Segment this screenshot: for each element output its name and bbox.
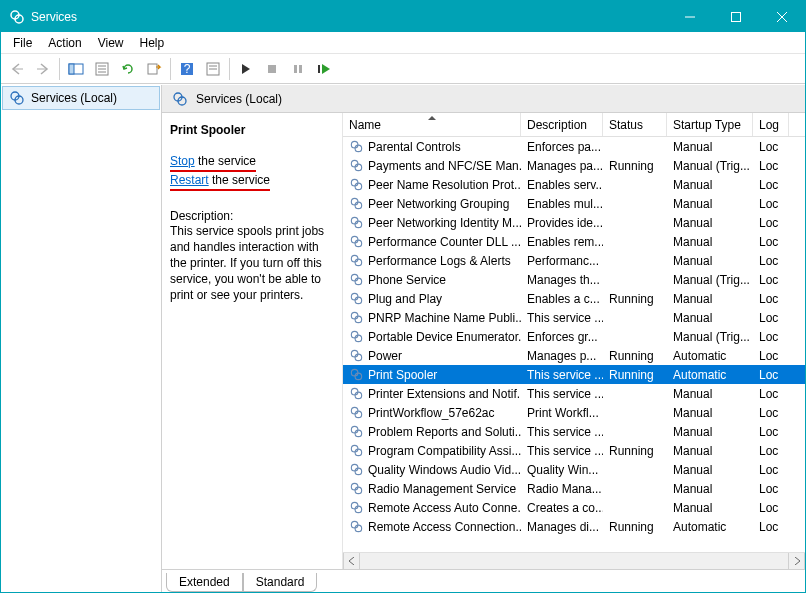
horizontal-scrollbar[interactable] — [343, 552, 805, 569]
svg-point-31 — [355, 164, 362, 171]
column-headers: Name Description Status Startup Type Log — [343, 113, 805, 137]
tree-item-services-local[interactable]: Services (Local) — [2, 86, 160, 110]
svg-point-39 — [355, 240, 362, 247]
gear-icon — [349, 177, 364, 192]
help-button[interactable]: ? — [175, 57, 199, 81]
svg-point-43 — [355, 278, 362, 285]
service-row[interactable]: PrintWorkflow_57e62acPrint Workfl...Manu… — [343, 403, 805, 422]
service-row[interactable]: Remote Access Connection...Manages di...… — [343, 517, 805, 536]
svg-point-29 — [355, 145, 362, 152]
service-name: Plug and Play — [368, 292, 442, 306]
tab-extended[interactable]: Extended — [166, 573, 243, 592]
service-logon: Loc — [753, 159, 789, 173]
service-row[interactable]: Performance Counter DLL ...Enables rem..… — [343, 232, 805, 251]
pause-service-button[interactable] — [286, 57, 310, 81]
service-row[interactable]: PowerManages p...RunningAutomaticLoc — [343, 346, 805, 365]
service-row[interactable]: Quality Windows Audio Vid...Quality Win.… — [343, 460, 805, 479]
column-startup[interactable]: Startup Type — [667, 113, 753, 136]
service-status: Running — [603, 444, 667, 458]
service-row[interactable]: Radio Management ServiceRadio Mana...Man… — [343, 479, 805, 498]
close-button[interactable] — [759, 1, 805, 32]
service-row[interactable]: Remote Access Auto Conne...Creates a co.… — [343, 498, 805, 517]
svg-point-54 — [351, 388, 358, 395]
selected-service-name: Print Spooler — [170, 123, 334, 137]
service-row[interactable]: Peer Networking GroupingEnables mul...Ma… — [343, 194, 805, 213]
svg-point-68 — [351, 521, 358, 528]
service-logon: Loc — [753, 425, 789, 439]
svg-point-28 — [351, 141, 358, 148]
service-row[interactable]: Parental ControlsEnforces pa...ManualLoc — [343, 137, 805, 156]
service-row[interactable]: Phone ServiceManages th...Manual (Trig..… — [343, 270, 805, 289]
service-row[interactable]: Print SpoolerThis service ...RunningAuto… — [343, 365, 805, 384]
service-row[interactable]: Problem Reports and Soluti...This servic… — [343, 422, 805, 441]
maximize-button[interactable] — [713, 1, 759, 32]
service-description: This service ... — [521, 387, 603, 401]
service-name: Quality Windows Audio Vid... — [368, 463, 521, 477]
tool-button[interactable] — [201, 57, 225, 81]
forward-button[interactable] — [31, 57, 55, 81]
service-logon: Loc — [753, 330, 789, 344]
service-row[interactable]: Payments and NFC/SE Man...Manages pa...R… — [343, 156, 805, 175]
service-name: Payments and NFC/SE Man... — [368, 159, 521, 173]
svg-point-62 — [351, 464, 358, 471]
back-button[interactable] — [5, 57, 29, 81]
service-name: Parental Controls — [368, 140, 461, 154]
service-row[interactable]: Plug and PlayEnables a c...RunningManual… — [343, 289, 805, 308]
service-description: Enforces pa... — [521, 140, 603, 154]
show-hide-tree-button[interactable] — [64, 57, 88, 81]
service-row[interactable]: Program Compatibility Assi...This servic… — [343, 441, 805, 460]
svg-point-58 — [351, 426, 358, 433]
service-logon: Loc — [753, 349, 789, 363]
menu-view[interactable]: View — [90, 34, 132, 52]
minimize-button[interactable] — [667, 1, 713, 32]
menu-action[interactable]: Action — [40, 34, 89, 52]
start-service-button[interactable] — [234, 57, 258, 81]
service-row[interactable]: PNRP Machine Name Publi...This service .… — [343, 308, 805, 327]
svg-point-42 — [351, 274, 358, 281]
service-logon: Loc — [753, 463, 789, 477]
service-startup: Manual — [667, 140, 753, 154]
service-name: Radio Management Service — [368, 482, 516, 496]
service-name: Printer Extensions and Notif... — [368, 387, 521, 401]
menu-help[interactable]: Help — [132, 34, 173, 52]
menu-file[interactable]: File — [5, 34, 40, 52]
service-description: Creates a co... — [521, 501, 603, 515]
toolbar: ? — [1, 54, 805, 84]
svg-rect-9 — [69, 64, 74, 74]
service-logon: Loc — [753, 235, 789, 249]
gear-icon — [349, 272, 364, 287]
console-tree: Services (Local) — [1, 85, 162, 592]
service-row[interactable]: Peer Name Resolution Prot...Enables serv… — [343, 175, 805, 194]
service-name: Power — [368, 349, 402, 363]
column-status[interactable]: Status — [603, 113, 667, 136]
restart-service-button[interactable] — [312, 57, 336, 81]
svg-point-45 — [355, 297, 362, 304]
service-description: This service ... — [521, 425, 603, 439]
svg-point-66 — [351, 502, 358, 509]
service-row[interactable]: Peer Networking Identity M...Provides id… — [343, 213, 805, 232]
tab-standard[interactable]: Standard — [243, 573, 318, 592]
svg-point-60 — [351, 445, 358, 452]
properties-button[interactable] — [90, 57, 114, 81]
stop-link[interactable]: Stop — [170, 154, 195, 168]
service-row[interactable]: Printer Extensions and Notif...This serv… — [343, 384, 805, 403]
scroll-left-icon[interactable] — [343, 553, 360, 569]
svg-point-32 — [351, 179, 358, 186]
export-list-button[interactable] — [142, 57, 166, 81]
stop-service-button[interactable] — [260, 57, 284, 81]
svg-point-50 — [351, 350, 358, 357]
service-list: Name Description Status Startup Type Log… — [343, 113, 805, 569]
scroll-right-icon[interactable] — [788, 553, 805, 569]
svg-point-51 — [355, 354, 362, 361]
gear-icon — [349, 367, 364, 382]
restart-link[interactable]: Restart — [170, 173, 209, 187]
refresh-button[interactable] — [116, 57, 140, 81]
column-logon[interactable]: Log — [753, 113, 789, 136]
gear-icon — [349, 405, 364, 420]
column-name[interactable]: Name — [343, 113, 521, 136]
service-row[interactable]: Portable Device Enumerator...Enforces gr… — [343, 327, 805, 346]
scrollbar-track[interactable] — [360, 553, 788, 569]
service-row[interactable]: Performance Logs & AlertsPerformanc...Ma… — [343, 251, 805, 270]
column-description[interactable]: Description — [521, 113, 603, 136]
service-name: Peer Networking Identity M... — [368, 216, 521, 230]
